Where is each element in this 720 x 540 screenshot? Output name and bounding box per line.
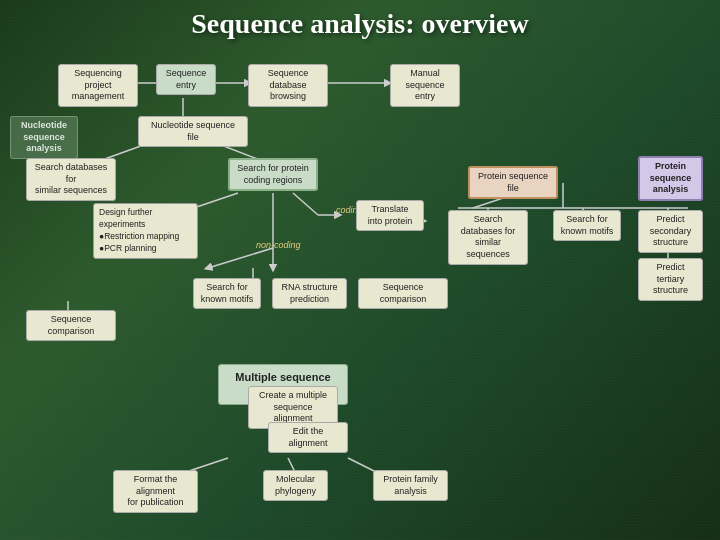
search-protein-coding-box: Search for proteincoding regions — [228, 158, 318, 191]
translate-protein-box: Translateinto protein — [356, 200, 424, 231]
seq-db-box: Sequence databasebrowsing — [248, 64, 328, 107]
search-db-similar2-box: Search databases forsimilar sequences — [448, 210, 528, 265]
svg-line-7 — [293, 193, 318, 215]
seq-project-box: Sequencing projectmanagement — [58, 64, 138, 107]
molecular-phylogeny-box: Molecularphylogeny — [263, 470, 328, 501]
page-title: Sequence analysis: overview — [8, 8, 712, 40]
non-coding-label: non-coding — [256, 240, 301, 250]
search-db-similar-box: Search databases forsimilar sequences — [26, 158, 116, 201]
protein-seq-file-box: Protein sequence file — [468, 166, 558, 199]
design-experiments-box: Design further experiments ●Restriction … — [93, 203, 198, 259]
search-known-motifs2-box: Search forknown motifs — [193, 278, 261, 309]
protein-family-box: Protein familyanalysis — [373, 470, 448, 501]
edit-alignment-box: Edit the alignment — [268, 422, 348, 453]
format-alignment-box: Format the alignmentfor publication — [113, 470, 198, 513]
svg-line-10 — [208, 248, 273, 268]
protein-analysis-box: Proteinsequenceanalysis — [638, 156, 703, 201]
seq-comparison-center-box: Sequence comparison — [358, 278, 448, 309]
search-known-motifs-box: Search forknown motifs — [553, 210, 621, 241]
manual-entry-box: Manualsequence entry — [390, 64, 460, 107]
seq-entry-box: Sequenceentry — [156, 64, 216, 95]
rna-structure-box: RNA structureprediction — [272, 278, 347, 309]
nucleotide-analysis-label: Nucleotidesequenceanalysis — [10, 116, 78, 159]
predict-secondary-box: Predictsecondarystructure — [638, 210, 703, 253]
predict-tertiary-box: Predicttertiarystructure — [638, 258, 703, 301]
seq-comparison-left-box: Sequence comparison — [26, 310, 116, 341]
nucleotide-file-box: Nucleotide sequence file — [138, 116, 248, 147]
